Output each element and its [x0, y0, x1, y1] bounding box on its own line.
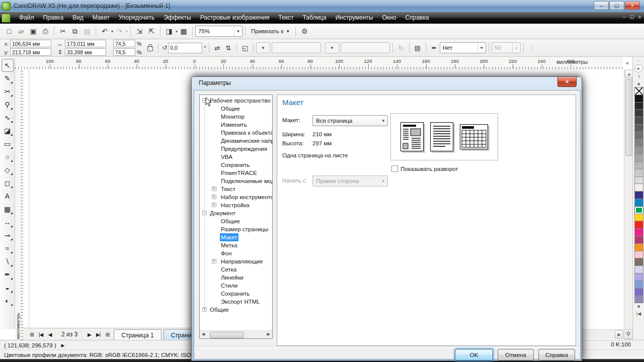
tree-item-label[interactable]: Размер страницы	[220, 225, 269, 233]
menu-item-7[interactable]: Растровые изображения	[196, 12, 274, 24]
palette-scroll-down-icon[interactable]: ▼	[636, 303, 641, 310]
expand-icon[interactable]: +	[202, 307, 207, 312]
mirror-horizontal-icon[interactable]: ⇄	[212, 42, 223, 53]
doc-restore-icon[interactable]: ◱	[630, 14, 634, 20]
color-swatch[interactable]	[634, 214, 643, 222]
add-page-before-icon[interactable]: ⊞	[27, 330, 36, 339]
dimension-tool[interactable]: ↔	[2, 216, 14, 229]
tree-item-label[interactable]: Предупреждения	[220, 145, 268, 153]
color-swatch[interactable]	[634, 236, 643, 244]
scale-x-field[interactable]: 74,5	[113, 40, 135, 47]
tree-item[interactable]: Изменить	[200, 121, 272, 129]
cancel-button[interactable]: Отмена	[498, 349, 534, 360]
tree-item[interactable]: Предупреждения	[200, 145, 272, 153]
color-swatch[interactable]	[634, 228, 643, 236]
color-swatch[interactable]	[634, 221, 643, 229]
tree-item[interactable]: Макет	[200, 233, 272, 241]
chevron-down-icon[interactable]: ▼	[379, 119, 387, 123]
outline-pen-icon[interactable]: ✒	[429, 42, 440, 53]
tree-item[interactable]: Фон	[200, 249, 272, 257]
rotation-angle-field[interactable]: 0,0	[168, 43, 202, 53]
outline-width-combo[interactable]: Нет ▼	[440, 42, 486, 53]
tree-item[interactable]: Стили	[200, 282, 272, 290]
color-swatch[interactable]	[634, 102, 643, 110]
corner-settings-icon[interactable]: ◱	[239, 42, 251, 53]
scrollbar-thumb[interactable]	[625, 79, 633, 156]
scale-y-field[interactable]: 74,5	[113, 48, 135, 56]
tree-item-label[interactable]: VBA	[220, 153, 233, 161]
zoom-level-combo[interactable]: 75% ▼	[195, 26, 243, 37]
tree-item[interactable]: +Набор инструментов	[200, 193, 272, 201]
add-page-after-icon[interactable]: ⊞	[103, 330, 112, 339]
horizontal-scrollbar[interactable]: ▶	[582, 329, 624, 339]
cut-icon[interactable]: ✂	[57, 26, 68, 37]
fill-tool[interactable]: ◒	[2, 281, 14, 294]
menu-item-1[interactable]: Файл	[15, 12, 39, 24]
menu-item-4[interactable]: Макет	[88, 12, 114, 24]
object-width-field[interactable]: 173,011 мм	[65, 40, 106, 47]
lock-ratio-icon[interactable]	[144, 42, 155, 53]
color-swatch[interactable]	[634, 161, 643, 169]
tree-item[interactable]: +Текст	[200, 185, 272, 193]
color-swatch[interactable]	[634, 243, 643, 251]
freehand-tool[interactable]: ∿	[2, 111, 14, 124]
tree-item[interactable]: Привязка к объектам	[200, 129, 272, 137]
tree-item-label[interactable]: Макет	[220, 233, 238, 241]
polygon-tool[interactable]: ◇	[2, 163, 14, 176]
tree-item-label[interactable]: Монитор	[220, 113, 246, 121]
color-swatch[interactable]	[634, 169, 643, 177]
chevron-down-icon[interactable]: ▼	[477, 43, 486, 53]
tree-horizontal-scrollbar[interactable]: ◀ ▶	[200, 330, 272, 338]
import-icon[interactable]: ⇲	[134, 26, 145, 37]
smart-fill-tool[interactable]: ◪	[2, 124, 14, 137]
copy-icon[interactable]: ⧉	[69, 26, 80, 37]
snap-to-dropdown[interactable]: Привязать к ▼	[248, 28, 293, 34]
welcome-screen-icon[interactable]: ▩	[178, 26, 189, 37]
menu-item-12[interactable]: Справка	[400, 12, 433, 24]
palette-eyedropper-icon[interactable]: ∖	[637, 73, 640, 80]
tree-item-label[interactable]: Стили	[220, 282, 238, 290]
color-swatch[interactable]	[634, 146, 643, 154]
tree-item-label[interactable]: Экспорт HTML	[220, 298, 261, 306]
facing-pages-checkbox[interactable]	[391, 165, 398, 172]
tree-item-label[interactable]: Направляющие	[220, 257, 264, 265]
help-button[interactable]: Справка	[538, 349, 575, 360]
minimize-button[interactable]: –	[594, 1, 609, 10]
ok-button[interactable]: OK	[455, 349, 493, 360]
redo-icon[interactable]: ↷	[114, 26, 125, 37]
color-swatch[interactable]	[634, 109, 643, 117]
last-page-icon[interactable]: ▶|	[94, 330, 103, 339]
expand-icon[interactable]: +	[212, 187, 216, 191]
doc-close-icon[interactable]: x	[638, 14, 641, 20]
new-document-icon[interactable]: □	[4, 26, 15, 37]
color-swatch[interactable]	[634, 265, 643, 274]
basic-shapes-tool[interactable]: ◻	[2, 176, 14, 190]
color-swatch[interactable]	[634, 288, 643, 296]
x-position-field[interactable]: 106,634 мм	[10, 40, 51, 47]
pick-tool[interactable]: ↖	[2, 59, 14, 72]
export-icon[interactable]: ⇱	[146, 26, 157, 37]
palette-scroll-up-icon[interactable]: ▲	[636, 80, 641, 87]
tab-page-1[interactable]: Страница 1	[114, 329, 161, 341]
shape-tool[interactable]: ✎	[2, 72, 14, 85]
tree-item-label[interactable]: Изменить	[220, 121, 248, 129]
tree-item[interactable]: Сохранить	[200, 290, 272, 298]
scroll-right-icon[interactable]: ▶	[615, 330, 623, 339]
layout-combo[interactable]: Вся страница ▼	[312, 115, 388, 126]
collapse-dockers-icon[interactable]: «	[623, 58, 632, 67]
previous-page-icon[interactable]: ◀	[45, 330, 54, 339]
blend-tool[interactable]: ≈	[2, 242, 14, 255]
tree-item[interactable]: Размер страницы	[200, 225, 272, 233]
options-icon[interactable]: ⚙	[299, 26, 310, 37]
no-color-swatch[interactable]	[634, 87, 643, 95]
color-eyedropper-tool[interactable]: ∖	[2, 255, 14, 268]
undo-dropdown-icon[interactable]: ▾	[111, 29, 113, 34]
tree-item[interactable]: −Документ	[200, 209, 272, 217]
tree-item[interactable]: Экспорт HTML	[200, 298, 272, 306]
crop-tool[interactable]: ✂	[2, 85, 14, 98]
close-button[interactable]: ×	[625, 1, 640, 10]
color-swatch[interactable]	[634, 199, 643, 207]
table-tool[interactable]: ▦	[2, 203, 14, 216]
color-swatch[interactable]	[634, 124, 643, 132]
launcher-dropdown-icon[interactable]: ▾	[176, 29, 178, 34]
